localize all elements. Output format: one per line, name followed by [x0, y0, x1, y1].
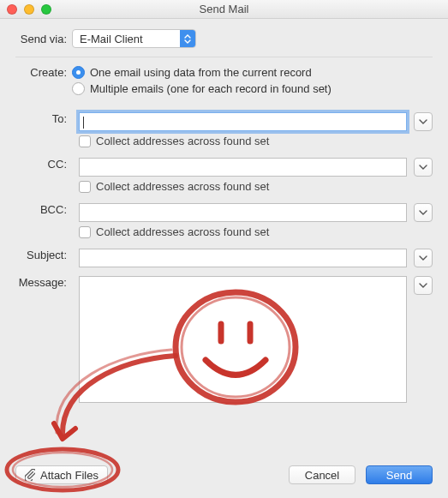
- create-label: Create:: [15, 66, 72, 79]
- bottom-bar: Attach Files Cancel Send: [0, 447, 448, 498]
- message-label: Message:: [15, 276, 72, 289]
- cancel-label: Cancel: [305, 469, 339, 482]
- bcc-collect-row[interactable]: Collect addresses across found set: [79, 225, 433, 238]
- to-input[interactable]: [79, 112, 407, 131]
- cc-row: CC:: [15, 158, 433, 177]
- to-row: To:: [15, 112, 433, 131]
- bcc-collect-label: Collect addresses across found set: [96, 225, 269, 238]
- action-buttons: Cancel Send: [289, 465, 433, 484]
- message-textarea[interactable]: [79, 276, 407, 403]
- create-row: Create: One email using data from the cu…: [15, 66, 433, 95]
- radio-multiple-emails[interactable]: Multiple emails (one for each record in …: [72, 82, 332, 95]
- cc-menu-button[interactable]: [414, 158, 433, 177]
- dialog-content: Send via: E-Mail Client Create: One emai…: [0, 19, 448, 403]
- chevron-down-icon: [419, 119, 427, 124]
- send-label: Send: [386, 469, 412, 482]
- titlebar: Send Mail: [0, 0, 448, 19]
- chevron-down-icon: [419, 255, 427, 261]
- cc-collect-label: Collect addresses across found set: [96, 180, 269, 193]
- checkbox-icon: [79, 226, 91, 238]
- radio-one-email-label: One email using data from the current re…: [90, 66, 312, 79]
- subject-input[interactable]: [79, 249, 407, 267]
- to-menu-button[interactable]: [414, 112, 433, 131]
- to-collect-row[interactable]: Collect addresses across found set: [79, 135, 433, 147]
- bcc-label: BCC:: [15, 203, 72, 216]
- radio-multiple-emails-label: Multiple emails (one for each record in …: [90, 82, 332, 95]
- separator: [15, 57, 433, 57]
- cancel-button[interactable]: Cancel: [289, 465, 355, 484]
- send-via-value: E-Mail Client: [80, 33, 180, 45]
- subject-label: Subject:: [15, 249, 72, 261]
- to-label: To:: [15, 112, 72, 125]
- cc-collect-row[interactable]: Collect addresses across found set: [79, 180, 433, 193]
- attach-files-button[interactable]: Attach Files: [15, 465, 108, 484]
- message-menu-button[interactable]: [414, 276, 433, 295]
- bcc-input[interactable]: [79, 203, 407, 222]
- dropdown-arrows-icon: [180, 30, 195, 47]
- radio-icon: [72, 66, 85, 79]
- send-via-row: Send via: E-Mail Client: [15, 29, 433, 48]
- chevron-down-icon: [419, 283, 427, 288]
- send-via-dropdown[interactable]: E-Mail Client: [72, 29, 196, 48]
- cc-input[interactable]: [79, 158, 407, 177]
- chevron-down-icon: [419, 165, 427, 170]
- create-radio-group: One email using data from the current re…: [72, 66, 332, 95]
- to-collect-label: Collect addresses across found set: [96, 135, 269, 147]
- window-title: Send Mail: [0, 3, 448, 15]
- bcc-row: BCC:: [15, 203, 433, 222]
- paperclip-icon: [25, 469, 35, 481]
- subject-menu-button[interactable]: [414, 249, 433, 267]
- checkbox-icon: [79, 181, 91, 193]
- checkbox-icon: [79, 135, 91, 147]
- radio-one-email[interactable]: One email using data from the current re…: [72, 66, 332, 79]
- bcc-menu-button[interactable]: [414, 203, 433, 222]
- radio-icon: [72, 82, 85, 95]
- send-button[interactable]: Send: [366, 465, 433, 484]
- chevron-down-icon: [419, 210, 427, 215]
- send-via-label: Send via:: [15, 33, 72, 45]
- subject-row: Subject:: [15, 249, 433, 267]
- cc-label: CC:: [15, 158, 72, 171]
- message-row: Message:: [15, 276, 433, 403]
- attach-files-label: Attach Files: [40, 469, 99, 482]
